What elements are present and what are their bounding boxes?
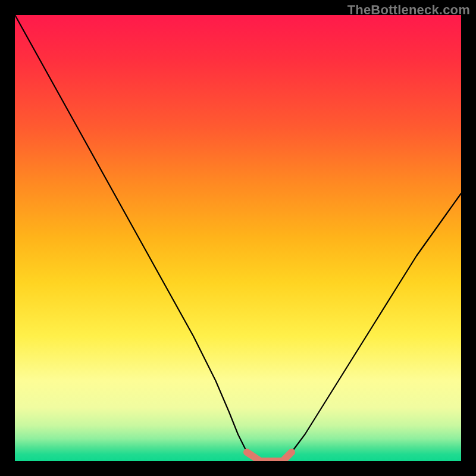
curve-path [15,15,461,461]
watermark-text: TheBottleneck.com [347,2,470,18]
plot-area [15,15,461,461]
bottleneck-curve [15,15,461,461]
chart-stage: TheBottleneck.com [0,0,476,476]
optimal-range-highlight [247,452,292,461]
